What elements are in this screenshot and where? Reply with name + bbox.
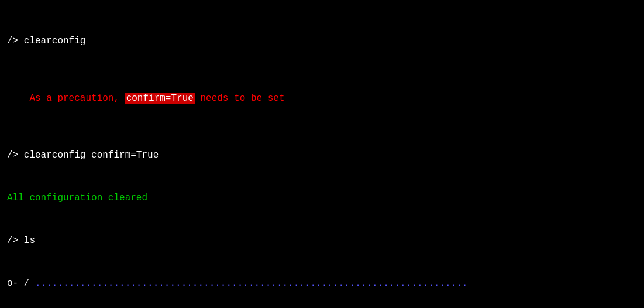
root-prefix: o- / bbox=[7, 278, 35, 289]
line-clearconfig: /> clearconfig bbox=[7, 34, 637, 49]
line-warning: As a precaution, confirm=True needs to b… bbox=[7, 77, 637, 120]
line-root: o- / ...................................… bbox=[7, 276, 637, 291]
warning-prefix: As a precaution, bbox=[29, 93, 125, 104]
root-dots: ........................................… bbox=[35, 278, 467, 289]
warning-suffix: needs to be set bbox=[195, 93, 285, 104]
terminal-output: /> clearconfig As a precaution, confirm=… bbox=[7, 6, 637, 308]
line-ls: /> ls bbox=[7, 234, 637, 248]
line-clearconfig-confirm: /> clearconfig confirm=True bbox=[7, 148, 637, 163]
warning-highlight: confirm=True bbox=[125, 93, 195, 104]
line-all-cleared: All configuration cleared bbox=[7, 191, 637, 206]
